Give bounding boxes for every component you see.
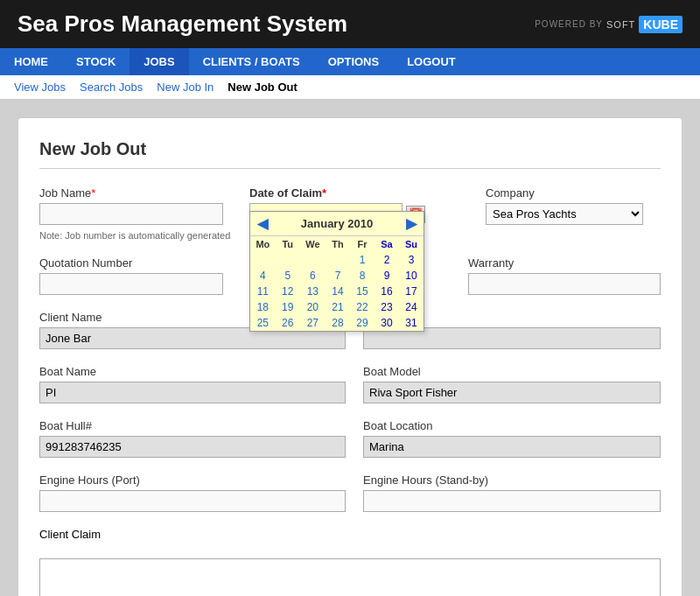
cal-day-0-4[interactable]: 1 <box>350 252 374 268</box>
sub-nav-new-job-out: New Job Out <box>228 81 297 94</box>
sub-nav-view-jobs[interactable]: View Jobs <box>14 81 66 94</box>
nav-stock[interactable]: STOCK <box>62 48 130 75</box>
logo-kube-text: KUBE <box>639 16 682 33</box>
nav-logout[interactable]: LOGOUT <box>393 48 470 75</box>
cal-day-3-6[interactable]: 24 <box>399 299 424 315</box>
cal-day-1-5[interactable]: 9 <box>374 268 399 284</box>
sub-nav-new-job-in[interactable]: New Job In <box>157 81 214 94</box>
company-group: Company Sea Pros Yachts <box>486 186 661 225</box>
job-name-label: Job Name* <box>39 186 232 200</box>
cal-th-th: Th <box>326 236 350 252</box>
cal-day-4-1[interactable]: 26 <box>276 315 300 331</box>
cal-day-1-4[interactable]: 8 <box>350 268 374 284</box>
engine-hours-standby-input[interactable] <box>363 490 661 512</box>
client-claim-textarea[interactable] <box>39 558 661 596</box>
boat-location-input[interactable] <box>363 436 661 458</box>
main-nav: HOME STOCK JOBS CLIENTS / BOATS OPTIONS … <box>0 48 700 75</box>
nav-clients-boats[interactable]: CLIENTS / BOATS <box>189 48 314 75</box>
cal-week-1: 45678910 <box>250 268 424 284</box>
cal-next[interactable]: ▶ <box>406 215 416 232</box>
cal-day-3-2[interactable]: 20 <box>300 299 326 315</box>
cal-day-4-5[interactable]: 30 <box>374 315 399 331</box>
sub-nav: View Jobs Search Jobs New Job In New Job… <box>0 75 700 100</box>
quotation-input[interactable] <box>39 273 223 295</box>
nav-jobs[interactable]: JOBS <box>130 48 188 75</box>
engine-hours-port-label: Engine Hours (Port) <box>39 473 346 487</box>
boat-model-input[interactable] <box>363 382 661 403</box>
cal-day-3-0[interactable]: 18 <box>250 299 276 315</box>
row-6: Engine Hours (Port) Engine Hours (Stand-… <box>39 473 661 512</box>
cal-day-0-5[interactable]: 2 <box>374 252 399 268</box>
cal-day-4-0[interactable]: 25 <box>250 315 276 331</box>
cal-day-0-0 <box>250 252 276 268</box>
cal-day-2-6[interactable]: 17 <box>399 284 424 299</box>
nav-home[interactable]: HOME <box>0 48 62 75</box>
cal-day-1-6[interactable]: 10 <box>399 268 424 284</box>
cal-day-1-0[interactable]: 4 <box>250 268 276 284</box>
cal-day-2-3[interactable]: 14 <box>326 284 350 299</box>
job-name-input[interactable] <box>39 203 223 225</box>
cal-th-we: We <box>300 236 326 252</box>
cal-week-4: 25262728293031 <box>250 315 424 331</box>
cal-th-sa: Sa <box>374 236 399 252</box>
cal-day-1-3[interactable]: 7 <box>326 268 350 284</box>
cal-day-2-5[interactable]: 16 <box>374 284 399 299</box>
cal-day-3-3[interactable]: 21 <box>326 299 350 315</box>
boat-location-label: Boat Location <box>363 419 661 432</box>
date-of-claim-group: Date of Claim* 📅 ◀ January 2010 ▶ <box>249 186 433 225</box>
cal-day-2-1[interactable]: 12 <box>276 284 300 299</box>
boat-model-group: Boat Model <box>363 365 661 403</box>
main-container: New Job Out Job Name* Note: Job number i… <box>0 100 700 596</box>
form-panel: New Job Out Job Name* Note: Job number i… <box>18 117 682 596</box>
company-select[interactable]: Sea Pros Yachts <box>486 203 643 225</box>
boat-name-label: Boat Name <box>39 365 346 378</box>
cal-day-0-6[interactable]: 3 <box>399 252 424 268</box>
cal-prev[interactable]: ◀ <box>257 215 268 232</box>
cal-day-4-3[interactable]: 28 <box>326 315 350 331</box>
cal-day-1-2[interactable]: 6 <box>300 268 326 284</box>
engine-hours-port-group: Engine Hours (Port) <box>39 473 346 512</box>
header: Sea Pros Management System POWERED BY SO… <box>0 0 700 48</box>
calendar-popup: ◀ January 2010 ▶ Mo Tu We Th Fr <box>249 211 424 332</box>
cal-week-0: 123 <box>250 252 424 268</box>
cal-day-2-2[interactable]: 13 <box>300 284 326 299</box>
cal-th-tu: Tu <box>276 236 300 252</box>
warranty-input[interactable] <box>468 273 661 295</box>
warranty-group: Warranty <box>468 256 661 295</box>
row-4: Boat Name Boat Model <box>39 365 661 403</box>
cal-header-row: Mo Tu We Th Fr Sa Su <box>250 236 424 252</box>
company-label: Company <box>486 186 661 200</box>
cal-day-1-1[interactable]: 5 <box>276 268 300 284</box>
cal-day-2-0[interactable]: 11 <box>250 284 276 299</box>
cal-day-3-1[interactable]: 19 <box>276 299 300 315</box>
cal-week-3: 18192021222324 <box>250 299 424 315</box>
cal-day-3-5[interactable]: 23 <box>374 299 399 315</box>
sub-nav-search-jobs[interactable]: Search Jobs <box>80 81 143 94</box>
date-of-claim-label: Date of Claim* <box>249 186 433 200</box>
boat-location-group: Boat Location <box>363 419 661 458</box>
page-title: New Job Out <box>39 139 661 169</box>
cal-day-4-4[interactable]: 29 <box>350 315 374 331</box>
engine-hours-port-input[interactable] <box>39 490 346 512</box>
cal-week-2: 11121314151617 <box>250 284 424 299</box>
logo: POWERED BY SOFT KUBE <box>535 16 682 33</box>
cal-day-0-3 <box>326 252 350 268</box>
nav-options[interactable]: OPTIONS <box>314 48 394 75</box>
cal-day-0-2 <box>300 252 326 268</box>
cal-day-4-2[interactable]: 27 <box>300 315 326 331</box>
client-claim-label: Client Claim <box>39 528 101 541</box>
boat-name-input[interactable] <box>39 382 346 403</box>
boat-hull-input[interactable] <box>39 436 346 458</box>
boat-hull-label: Boat Hull# <box>39 419 346 432</box>
cal-day-0-1 <box>276 252 300 268</box>
boat-model-label: Boat Model <box>363 365 661 378</box>
job-name-group: Job Name* Note: Job number is automatica… <box>39 186 232 241</box>
engine-hours-standby-label: Engine Hours (Stand-by) <box>363 473 661 487</box>
cal-day-4-6[interactable]: 31 <box>399 315 424 331</box>
job-name-note: Note: Job number is automatically genera… <box>39 230 232 241</box>
logo-powered-text: POWERED BY <box>535 19 603 29</box>
boat-hull-group: Boat Hull# <box>39 419 346 458</box>
cal-day-3-4[interactable]: 22 <box>350 299 374 315</box>
cal-day-2-4[interactable]: 15 <box>350 284 374 299</box>
app-title: Sea Pros Management System <box>18 11 347 38</box>
